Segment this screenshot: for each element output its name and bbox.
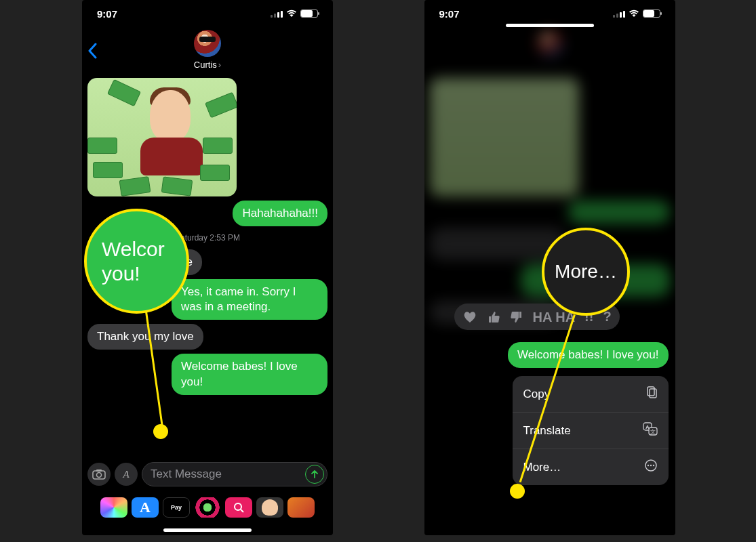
message-textfield[interactable]: Text Message: [142, 462, 327, 486]
app-memoji[interactable]: [256, 497, 283, 518]
annotation-dot: [153, 424, 168, 439]
copy-icon: [644, 385, 658, 402]
app-applepay[interactable]: Pay: [163, 497, 190, 518]
message-timestamp: Saturday 2:53 PM: [87, 233, 327, 243]
svg-point-4: [235, 503, 241, 510]
svg-point-13: [647, 465, 648, 466]
send-button[interactable]: [305, 465, 324, 484]
wifi-icon: [286, 9, 297, 18]
status-bar: 9:07: [424, 0, 675, 27]
home-indicator[interactable]: [506, 24, 594, 27]
svg-rect-2: [96, 470, 102, 472]
conversation-scroll[interactable]: Hahahahaha!!! Saturday 2:53 PM e another…: [82, 78, 333, 454]
tapback-exclaim[interactable]: !!: [584, 309, 593, 325]
status-time: 9:07: [97, 8, 117, 20]
selected-message[interactable]: Welcome babes! I love you!: [508, 342, 669, 368]
svg-rect-7: [650, 389, 656, 398]
textfield-placeholder: Text Message: [151, 467, 222, 481]
apps-button[interactable]: A: [115, 463, 138, 486]
app-stickers[interactable]: [287, 497, 315, 518]
context-menu-copy[interactable]: Copy: [513, 376, 669, 412]
tapback-question[interactable]: ?: [603, 309, 611, 325]
svg-point-15: [652, 465, 654, 466]
phone-right: 9:07: [424, 0, 675, 535]
svg-point-14: [650, 465, 651, 466]
app-photos[interactable]: [100, 497, 127, 518]
contact-avatar[interactable]: [194, 30, 221, 57]
tapback-haha[interactable]: HA HA: [533, 311, 576, 323]
context-menu-more[interactable]: More…: [513, 449, 669, 485]
app-digitaltouch[interactable]: [194, 497, 221, 518]
message-incoming[interactable]: Thank you my love: [87, 324, 203, 350]
contact-name[interactable]: Curtis ›: [194, 60, 221, 70]
tapback-thumbs-up[interactable]: [487, 310, 500, 324]
camera-button[interactable]: [87, 463, 111, 486]
more-icon: [644, 459, 658, 476]
svg-point-1: [97, 473, 102, 478]
app-strip: A Pay: [82, 495, 333, 520]
wifi-icon: [629, 9, 639, 18]
message-input-bar: A Text Message: [82, 457, 333, 492]
phone-left: 9:07 Curtis ›: [82, 0, 333, 535]
cellular-icon: [271, 10, 283, 18]
tapback-heart[interactable]: [462, 310, 477, 324]
svg-rect-6: [648, 387, 654, 396]
status-time: 9:07: [439, 8, 460, 20]
svg-line-5: [241, 509, 243, 512]
message-sticker[interactable]: [87, 78, 237, 196]
app-images-search[interactable]: [225, 497, 252, 518]
battery-icon: [643, 9, 660, 18]
home-indicator[interactable]: [163, 528, 252, 532]
svg-text:文: 文: [650, 429, 656, 435]
cellular-icon: [613, 10, 625, 18]
translate-icon: A文: [643, 422, 658, 439]
message-outgoing[interactable]: Hahahahaha!!!: [233, 201, 327, 226]
app-appstore[interactable]: A: [132, 497, 159, 518]
tapback-thumbs-down[interactable]: [510, 310, 523, 324]
back-button[interactable]: [87, 42, 98, 64]
battery-icon: [300, 9, 318, 18]
chevron-right-icon: ›: [218, 60, 221, 70]
message-outgoing[interactable]: Welcome babes! I love you!: [172, 354, 327, 394]
svg-text:A: A: [122, 469, 130, 480]
status-bar: 9:07: [82, 0, 333, 27]
annotation-dot: [510, 484, 525, 499]
tapback-picker: HA HA !! ?: [454, 304, 620, 330]
message-incoming[interactable]: e another package: [87, 249, 202, 275]
message-outgoing[interactable]: Yes, it came in. Sorry I was in a meetin…: [172, 279, 327, 320]
conversation-header[interactable]: Curtis ›: [82, 27, 333, 78]
